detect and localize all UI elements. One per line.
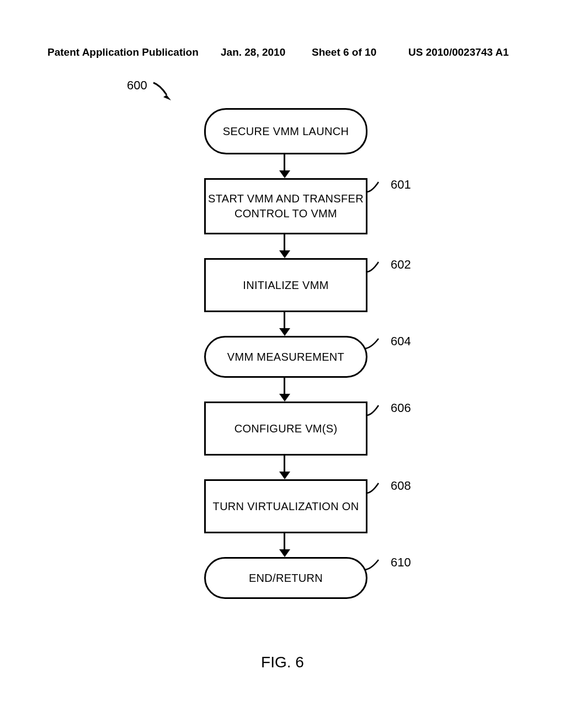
publication-date: Jan. 28, 2010 xyxy=(221,46,285,58)
connector xyxy=(284,454,285,473)
process-step-602: INITIALIZE VMM xyxy=(204,258,367,312)
reference-hook-icon xyxy=(366,403,388,419)
process-step-608-label: TURN VIRTUALIZATION ON xyxy=(213,499,359,514)
connector xyxy=(284,233,285,251)
reference-hook-icon xyxy=(364,558,388,573)
terminator-end-label: END/RETURN xyxy=(249,571,323,586)
terminator-604: VMM MEASUREMENT xyxy=(204,336,367,378)
reference-label-604: 604 xyxy=(391,334,411,349)
process-step-606: CONFIGURE VM(S) xyxy=(204,402,367,456)
terminator-start-label: SECURE VMM LAUNCH xyxy=(223,124,349,139)
process-step-601-label: START VMM AND TRANSFER CONTROL TO VMM xyxy=(208,191,364,221)
reference-hook-icon xyxy=(364,336,388,352)
process-step-602-label: INITIALIZE VMM xyxy=(243,278,328,293)
terminator-604-label: VMM MEASUREMENT xyxy=(227,350,344,365)
reference-label-610: 610 xyxy=(391,555,411,570)
reference-hook-icon xyxy=(366,180,388,195)
reference-arrow-icon xyxy=(152,82,174,104)
reference-hook-icon xyxy=(366,260,388,275)
arrowhead-icon xyxy=(279,394,290,402)
reference-label-608: 608 xyxy=(391,479,411,493)
connector xyxy=(284,376,285,395)
flow-reference-600: 600 xyxy=(127,78,147,93)
connector xyxy=(284,532,285,550)
reference-hook-icon xyxy=(366,481,388,496)
connector xyxy=(284,153,285,172)
arrowhead-icon xyxy=(279,250,290,258)
arrowhead-icon xyxy=(279,549,290,557)
reference-label-602: 602 xyxy=(391,258,411,272)
reference-label-606: 606 xyxy=(391,401,411,415)
sheet-number: Sheet 6 of 10 xyxy=(312,46,376,58)
figure-caption: FIG. 6 xyxy=(0,654,565,671)
application-number: US 2010/0023743 A1 xyxy=(408,46,509,58)
connector xyxy=(284,311,285,329)
process-step-608: TURN VIRTUALIZATION ON xyxy=(204,479,367,533)
arrowhead-icon xyxy=(279,328,290,336)
publication-label: Patent Application Publication xyxy=(47,46,199,58)
arrowhead-icon xyxy=(279,472,290,479)
terminator-start: SECURE VMM LAUNCH xyxy=(204,108,367,154)
terminator-end: END/RETURN xyxy=(204,557,367,599)
arrowhead-icon xyxy=(279,170,290,178)
reference-label-601: 601 xyxy=(391,178,411,192)
process-step-606-label: CONFIGURE VM(S) xyxy=(234,421,338,436)
svg-marker-0 xyxy=(163,95,171,100)
process-step-601: START VMM AND TRANSFER CONTROL TO VMM xyxy=(204,178,367,234)
